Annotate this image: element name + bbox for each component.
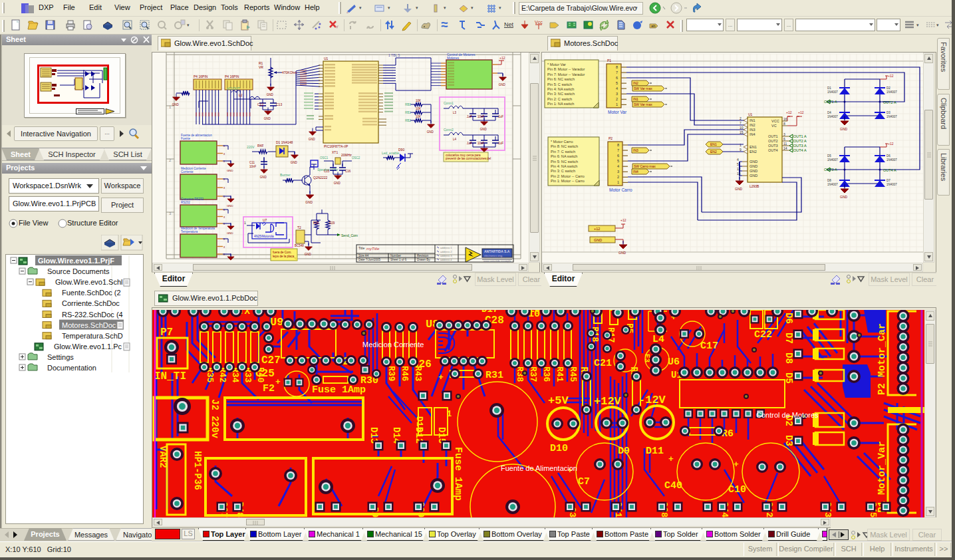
svg-text:10K: 10K [416,115,421,118]
svg-text:IN4: IN4 [633,170,638,174]
svg-text:OUT2: OUT2 [768,139,778,143]
svg-text:2: 2 [616,97,618,101]
svg-text:Fuente de Alimentacion: Fuente de Alimentacion [501,464,577,472]
svg-text:R41: R41 [555,366,565,382]
svg-text:7: 7 [616,70,618,74]
svg-text:Motor Var: Motor Var [608,110,627,114]
svg-text:Source Documents: Source Documents [47,267,110,275]
svg-text:OUT3 A: OUT3 A [824,168,837,172]
svg-text:Size A4: Size A4 [358,254,369,257]
svg-text:.1uF: .1uF [497,142,503,145]
svg-text:6: 6 [616,76,618,80]
svg-text:RB0: RB0 [405,103,411,106]
svg-text:BC548: BC548 [295,244,304,247]
svg-text:GND: GND [480,128,487,131]
svg-text:R39: R39 [386,366,396,382]
svg-text:+12: +12 [594,227,600,231]
svg-text:-12V: -12V [638,394,666,406]
svg-text:Fuse 1Amp: Fuse 1Amp [452,447,464,501]
svg-text:R36: R36 [541,366,551,382]
svg-text:Settings: Settings [47,353,74,361]
svg-text:C17: C17 [700,341,718,352]
svg-text:Motores: Motores [447,56,460,60]
svg-text:Pin 7: Motor -- Varador: Pin 7: Motor -- Varador [547,72,585,76]
svg-text:Pin 5: C switch: Pin 5: C switch [547,82,572,86]
svg-text:xC1OUT: xC1OUT [227,86,239,90]
svg-text:XT1: XT1 [332,150,338,154]
svg-text:1: 1 [616,102,618,106]
svg-text:Corriente: Corriente [181,170,194,174]
svg-text:15: 15 [740,130,744,134]
svg-text:1N4007: 1N4007 [827,90,838,94]
svg-text:SW Var max: SW Var max [634,102,652,106]
svg-text:1 TBL 5: 1 TBL 5 [388,53,400,57]
svg-text:D2: D2 [887,86,890,90]
svg-text:Motor Carro: Motor Carro [609,188,632,192]
svg-text:R37: R37 [528,366,538,382]
svg-text:4: 4 [617,164,619,168]
svg-text:220V: 220V [247,145,255,149]
svg-text:VCC: VCC [771,119,779,123]
svg-text:Pin 3: C switch: Pin 3: C switch [551,169,575,173]
svg-text:7: 7 [617,148,619,152]
svg-text:P4 16PIN: P4 16PIN [194,74,208,78]
svg-text:GND: GND [227,204,233,208]
svg-text:2: 2 [617,175,619,179]
svg-text:IN3: IN3 [633,148,638,152]
svg-text:F2: F2 [263,383,275,394]
svg-text:Conn2: Conn2 [444,128,454,132]
svg-text:10uF: 10uF [477,115,485,118]
svg-text:Fuente: Fuente [181,137,191,140]
svg-text:D4: D4 [827,111,831,114]
svg-text:PIC16F877A-I/P: PIC16F877A-I/P [324,144,348,148]
svg-text:GND: GND [427,130,434,134]
svg-text:13: 13 [737,172,741,176]
svg-text:OUT2 A: OUT2 A [883,100,896,104]
svg-text:R45: R45 [568,366,578,382]
svg-text:6: 6 [617,154,619,158]
svg-text:GND: GND [227,231,233,235]
svg-text:electronics eng.: electronics eng. [484,254,503,257]
svg-text:U1: U1 [324,57,329,61]
svg-text:L3: L3 [453,111,457,114]
svg-text:+12: +12 [786,110,792,114]
svg-text:Pin 5: NC switch: Pin 5: NC switch [551,160,578,164]
svg-text:.1uF: .1uF [466,142,472,145]
svg-text:20MHz: 20MHz [341,153,352,157]
svg-text:P2 Motor_Car: P2 Motor_Car [877,323,888,395]
svg-text:IN_TI: IN_TI [154,370,186,382]
svg-text:Q2N2222: Q2N2222 [313,176,328,180]
svg-text:P4 16PIN: P4 16PIN [225,74,239,78]
svg-text:address 3: address 3 [440,254,452,257]
svg-text:L4: L4 [453,138,457,141]
svg-text:Revision: Revision [417,254,429,257]
svg-text:U1: U1 [748,112,753,116]
svg-text:Buzzer: Buzzer [280,173,291,177]
svg-text:VC: VC [771,124,777,128]
svg-text:1N4007: 1N4007 [887,115,897,118]
svg-text:GND: GND [267,93,274,96]
svg-text:10: 10 [740,126,744,130]
svg-text:Temperatura.SchD: Temperatura.SchD [62,332,123,340]
svg-text:address 2: address 2 [440,250,452,253]
svg-text:R28: R28 [313,221,319,225]
svg-text:+: + [668,454,674,464]
svg-text:1: 1 [244,221,246,225]
svg-text:SW Carro max: SW Carro max [634,164,656,168]
svg-text:D3: D3 [783,435,794,446]
svg-text:IN1: IN1 [633,97,638,101]
svg-text:Glow.Wire.evo1.Schl: Glow.Wire.evo1.Schl [55,278,122,286]
svg-text:D17: D17 [481,310,498,315]
svg-text:Date 7/Jun/2005: Date 7/Jun/2005 [358,258,381,261]
svg-text:OUT2 A: OUT2 A [793,139,807,143]
svg-text:RB1: RB1 [405,111,411,114]
svg-text:C11: C11 [249,161,255,164]
svg-text:C10: C10 [728,484,746,495]
svg-text:+12: +12 [620,218,626,222]
svg-text:Pin 4: NA switch: Pin 4: NA switch [547,87,574,91]
svg-text:prevenir de las conmutaciones: prevenir de las conmutaciones del [446,157,491,160]
svg-text:D5: D5 [783,372,794,384]
svg-text:L2: L2 [239,93,243,97]
svg-text:D11: D11 [646,446,664,457]
svg-text:GND: GND [291,161,298,164]
